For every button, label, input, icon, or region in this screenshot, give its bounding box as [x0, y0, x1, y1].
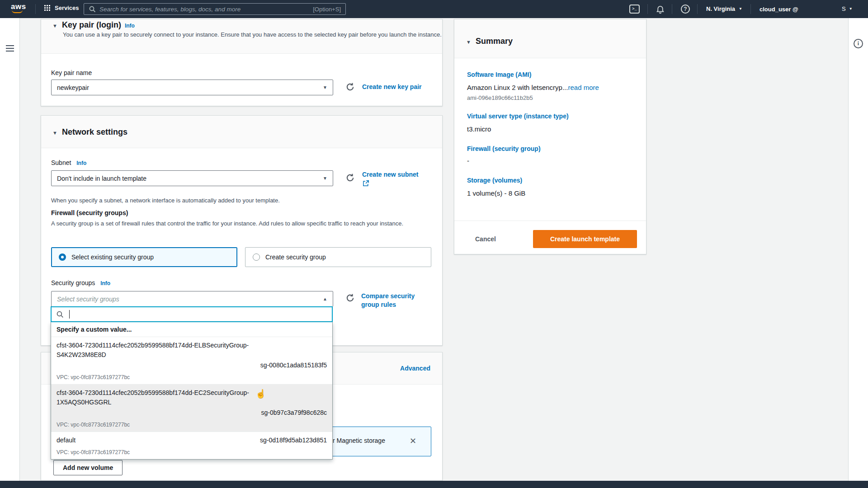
add-new-volume-button[interactable]: Add new volume [53, 460, 123, 475]
key-pair-name-label: Key pair name [51, 69, 92, 76]
caret-up-icon: ▲ [323, 296, 327, 301]
nav-divider [697, 4, 698, 14]
notifications-bell-icon[interactable] [656, 4, 665, 14]
nav-divider [35, 4, 36, 14]
firewall-description: A security group is a set of firewall ru… [51, 219, 433, 228]
right-rail: i [848, 18, 868, 481]
cursor-hand-icon: ☝ [255, 389, 266, 399]
create-new-subnet-link[interactable]: Create new subnet [362, 171, 430, 187]
sg-id: sg-0b97c3a79f98c628c [57, 408, 327, 418]
section-collapse-icon[interactable]: ▼ [52, 23, 57, 28]
radio-on-icon [59, 253, 66, 261]
cloudshell-icon[interactable]: >_ [629, 5, 640, 14]
firewall-heading: Firewall (security groups) [51, 209, 128, 216]
security-groups-info-link[interactable]: Info [100, 280, 110, 286]
sg-vpc: VPC: vpc-0fc8773c6197277bc [57, 374, 327, 380]
region-selector[interactable]: N. Virginia ▼ [706, 5, 742, 12]
key-pair-title: Key pair (login) [62, 20, 121, 30]
sg-name: default [57, 436, 75, 445]
services-grid-icon [44, 5, 50, 11]
region-label: N. Virginia [706, 5, 735, 12]
key-pair-select[interactable]: newkeypair ▼ [51, 80, 333, 95]
alert-text-fragment: r Magnetic storage [333, 437, 385, 444]
summary-title: Summary [476, 37, 513, 46]
key-pair-select-value: newkeypair [57, 84, 323, 91]
summary-panel: ▼ Summary Software Image (AMI) Amazon Li… [454, 19, 646, 254]
left-rail [0, 18, 20, 481]
nav-divider [672, 4, 672, 14]
search-icon [89, 5, 96, 13]
refresh-key-pairs-icon[interactable] [345, 82, 355, 92]
summary-storage-label[interactable]: Storage (volumes) [467, 177, 522, 184]
create-launch-template-button[interactable]: Create launch template [533, 230, 637, 248]
nav-divider [750, 4, 751, 14]
summary-ami-id: ami-096e189c66c11b2b5 [467, 94, 533, 101]
subnet-info-link[interactable]: Info [76, 160, 86, 166]
radio-select-existing-security-group[interactable]: Select existing security group [51, 247, 237, 267]
help-icon[interactable]: ? [681, 5, 690, 14]
services-menu[interactable]: Services [44, 5, 79, 11]
radio-create-security-group[interactable]: Create security group [245, 247, 431, 267]
summary-instance-type-label[interactable]: Virtual server type (instance type) [467, 113, 569, 120]
key-pair-description: You can use a key pair to securely conne… [63, 30, 442, 39]
key-pair-info-link[interactable]: Info [125, 23, 135, 29]
services-label: Services [55, 5, 79, 11]
text-cursor [69, 310, 70, 319]
search-icon [56, 310, 64, 318]
section-collapse-icon[interactable]: ▼ [466, 39, 471, 45]
summary-ami-label[interactable]: Software Image (AMI) [467, 71, 531, 78]
security-groups-search-input[interactable] [51, 306, 333, 322]
security-group-option-hovered[interactable]: cfst-3604-7230d1114cfec2052b9599588bf174… [51, 385, 332, 432]
section-collapse-icon[interactable]: ▼ [52, 130, 57, 136]
advanced-link[interactable]: Advanced [400, 365, 430, 372]
summary-divider [454, 221, 646, 221]
security-groups-dropdown: Specify a custom value... cfst-3604-7230… [51, 306, 333, 460]
sg-name-line1: cfst-3604-7230d1114cfec2052b9599588bf174… [57, 341, 327, 350]
network-settings-title: Network settings [62, 127, 127, 137]
nav-search-input[interactable]: Search for services, features, blogs, do… [84, 3, 346, 15]
key-pair-section: ▼ Key pair (login) Info You can use a ke… [41, 19, 443, 106]
radio-existing-label: Select existing security group [71, 253, 154, 261]
subnet-label: Subnet [51, 159, 71, 166]
account-menu[interactable]: cloud_user @ [760, 6, 798, 13]
summary-storage-value: 1 volume(s) - 8 GiB [467, 189, 525, 197]
top-navigation: aws Services Search for services, featur… [0, 0, 868, 18]
refresh-security-groups-icon[interactable] [345, 293, 355, 303]
caret-down-icon: ▼ [849, 7, 853, 11]
info-panel-icon[interactable]: i [854, 39, 863, 48]
close-icon[interactable]: ✕ [410, 436, 416, 446]
right-truncated-menu[interactable]: S ▼ [842, 5, 853, 12]
read-more-link[interactable]: read more [568, 84, 599, 91]
radio-create-label: Create security group [265, 253, 326, 261]
security-groups-placeholder: Select security groups [57, 296, 323, 303]
security-groups-select[interactable]: Select security groups ▲ [51, 291, 333, 307]
search-shortcut: [Option+S] [313, 6, 341, 13]
create-new-key-pair-link[interactable]: Create new key pair [362, 83, 422, 90]
refresh-subnets-icon[interactable] [345, 173, 355, 183]
network-settings-header: ▼ Network settings [41, 116, 442, 148]
caret-down-icon: ▼ [323, 85, 327, 90]
subnet-select[interactable]: Don't include in launch template ▼ [51, 170, 333, 186]
summary-firewall-label[interactable]: Firewall (security group) [467, 145, 541, 152]
subnet-select-value: Don't include in launch template [57, 175, 323, 182]
aws-logo-text: aws [11, 3, 26, 10]
security-groups-option-list: Specify a custom value... cfst-3604-7230… [51, 322, 333, 460]
security-group-option-default[interactable]: default sg-0d18f9d5ab123d851 VPC: vpc-0f… [51, 432, 332, 459]
compare-security-group-rules-link[interactable]: Compare security group rules [361, 292, 421, 309]
summary-header: ▼ Summary [454, 19, 646, 58]
truncated-label: S [842, 5, 846, 12]
aws-logo[interactable]: aws [11, 3, 26, 13]
sg-id: sg-0080c1ada815183f5 [57, 361, 327, 370]
summary-instance-type-value: t3.micro [467, 125, 491, 133]
security-group-option[interactable]: cfst-3604-7230d1114cfec2052b9599588bf174… [51, 337, 332, 385]
summary-ami-value: Amazon Linux 2 with letsencryp... [467, 84, 568, 91]
sg-name-line2: S4K2W23M8E8D [57, 350, 327, 360]
subnet-note: When you specify a subnet, a network int… [51, 196, 431, 205]
summary-firewall-value: - [467, 157, 469, 164]
sg-name-line1: cfst-3604-7230d1114cfec2052b9599588bf174… [57, 388, 327, 398]
cancel-button[interactable]: Cancel [475, 235, 496, 243]
specify-custom-value-option[interactable]: Specify a custom value... [51, 322, 332, 337]
menu-hamburger-icon[interactable] [6, 45, 14, 53]
nav-divider [647, 4, 648, 14]
key-pair-header: ▼ Key pair (login) Info You can use a ke… [41, 19, 442, 54]
